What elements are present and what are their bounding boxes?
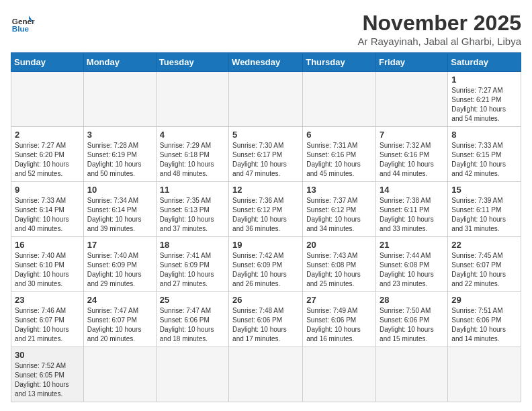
day-info: Sunrise: 7:52 AM Sunset: 6:05 PM Dayligh… <box>15 361 80 399</box>
calendar-day: 12Sunrise: 7:36 AM Sunset: 6:12 PM Dayli… <box>229 182 303 237</box>
month-title: November 2025 <box>358 11 521 36</box>
calendar-day: 1Sunrise: 7:27 AM Sunset: 6:21 PM Daylig… <box>448 72 521 127</box>
day-info: Sunrise: 7:47 AM Sunset: 6:06 PM Dayligh… <box>160 306 225 344</box>
calendar-week-row: 9Sunrise: 7:33 AM Sunset: 6:14 PM Daylig… <box>11 182 521 237</box>
day-info: Sunrise: 7:27 AM Sunset: 6:20 PM Dayligh… <box>15 141 80 179</box>
calendar-day: 4Sunrise: 7:29 AM Sunset: 6:18 PM Daylig… <box>156 127 228 182</box>
calendar-day: 26Sunrise: 7:48 AM Sunset: 6:06 PM Dayli… <box>229 292 303 347</box>
day-number: 22 <box>451 240 517 250</box>
calendar-day: 15Sunrise: 7:39 AM Sunset: 6:11 PM Dayli… <box>448 182 521 237</box>
day-number: 16 <box>15 240 80 250</box>
day-number: 17 <box>87 240 152 250</box>
calendar-day: 11Sunrise: 7:35 AM Sunset: 6:13 PM Dayli… <box>156 182 228 237</box>
calendar-day: 16Sunrise: 7:40 AM Sunset: 6:10 PM Dayli… <box>11 237 84 292</box>
day-number: 21 <box>380 240 444 250</box>
calendar-day <box>229 72 303 127</box>
calendar-day: 30Sunrise: 7:52 AM Sunset: 6:05 PM Dayli… <box>11 347 84 402</box>
day-number: 28 <box>380 295 444 305</box>
header-monday: Monday <box>83 53 156 72</box>
calendar-day <box>303 72 376 127</box>
calendar-day: 3Sunrise: 7:28 AM Sunset: 6:19 PM Daylig… <box>83 127 156 182</box>
header-saturday: Saturday <box>448 53 521 72</box>
calendar-day <box>156 347 228 402</box>
day-number: 7 <box>380 130 444 140</box>
logo-icon: General Blue <box>11 11 35 35</box>
calendar-day: 9Sunrise: 7:33 AM Sunset: 6:14 PM Daylig… <box>11 182 84 237</box>
day-number: 12 <box>232 185 299 195</box>
calendar-day: 21Sunrise: 7:44 AM Sunset: 6:08 PM Dayli… <box>376 237 448 292</box>
day-number: 6 <box>306 130 372 140</box>
calendar-day: 17Sunrise: 7:40 AM Sunset: 6:09 PM Dayli… <box>83 237 156 292</box>
header-sunday: Sunday <box>11 53 84 72</box>
day-info: Sunrise: 7:31 AM Sunset: 6:16 PM Dayligh… <box>306 141 372 179</box>
day-info: Sunrise: 7:28 AM Sunset: 6:19 PM Dayligh… <box>87 141 152 179</box>
calendar-day: 28Sunrise: 7:50 AM Sunset: 6:06 PM Dayli… <box>376 292 448 347</box>
day-info: Sunrise: 7:45 AM Sunset: 6:07 PM Dayligh… <box>451 251 517 289</box>
day-info: Sunrise: 7:34 AM Sunset: 6:14 PM Dayligh… <box>87 196 152 234</box>
day-info: Sunrise: 7:40 AM Sunset: 6:10 PM Dayligh… <box>15 251 80 289</box>
day-info: Sunrise: 7:43 AM Sunset: 6:08 PM Dayligh… <box>306 251 372 289</box>
calendar-day <box>83 347 156 402</box>
day-number: 9 <box>15 185 80 195</box>
calendar-week-row: 16Sunrise: 7:40 AM Sunset: 6:10 PM Dayli… <box>11 237 521 292</box>
calendar-day <box>156 72 228 127</box>
calendar-day: 2Sunrise: 7:27 AM Sunset: 6:20 PM Daylig… <box>11 127 84 182</box>
calendar-day: 23Sunrise: 7:46 AM Sunset: 6:07 PM Dayli… <box>11 292 84 347</box>
day-info: Sunrise: 7:48 AM Sunset: 6:06 PM Dayligh… <box>232 306 299 344</box>
calendar-day: 10Sunrise: 7:34 AM Sunset: 6:14 PM Dayli… <box>83 182 156 237</box>
day-number: 2 <box>15 130 80 140</box>
day-number: 29 <box>451 295 517 305</box>
day-number: 23 <box>15 295 80 305</box>
calendar-table: Sunday Monday Tuesday Wednesday Thursday… <box>11 52 521 402</box>
day-number: 30 <box>15 350 80 360</box>
day-info: Sunrise: 7:44 AM Sunset: 6:08 PM Dayligh… <box>380 251 444 289</box>
calendar-day <box>11 72 84 127</box>
day-number: 18 <box>160 240 225 250</box>
calendar-day: 14Sunrise: 7:38 AM Sunset: 6:11 PM Dayli… <box>376 182 448 237</box>
day-number: 13 <box>306 185 372 195</box>
day-number: 4 <box>160 130 225 140</box>
day-info: Sunrise: 7:29 AM Sunset: 6:18 PM Dayligh… <box>160 141 225 179</box>
day-number: 14 <box>380 185 444 195</box>
calendar-week-row: 30Sunrise: 7:52 AM Sunset: 6:05 PM Dayli… <box>11 347 521 402</box>
day-number: 11 <box>160 185 225 195</box>
header-friday: Friday <box>376 53 448 72</box>
calendar-day: 5Sunrise: 7:30 AM Sunset: 6:17 PM Daylig… <box>229 127 303 182</box>
calendar-day: 13Sunrise: 7:37 AM Sunset: 6:12 PM Dayli… <box>303 182 376 237</box>
day-number: 1 <box>451 75 517 85</box>
location-title: Ar Rayayinah, Jabal al Gharbi, Libya <box>358 36 521 47</box>
day-info: Sunrise: 7:30 AM Sunset: 6:17 PM Dayligh… <box>232 141 299 179</box>
day-number: 8 <box>451 130 517 140</box>
day-info: Sunrise: 7:38 AM Sunset: 6:11 PM Dayligh… <box>380 196 444 234</box>
day-info: Sunrise: 7:39 AM Sunset: 6:11 PM Dayligh… <box>451 196 517 234</box>
calendar-day: 24Sunrise: 7:47 AM Sunset: 6:07 PM Dayli… <box>83 292 156 347</box>
calendar-day <box>303 347 376 402</box>
day-info: Sunrise: 7:37 AM Sunset: 6:12 PM Dayligh… <box>306 196 372 234</box>
day-info: Sunrise: 7:50 AM Sunset: 6:06 PM Dayligh… <box>380 306 444 344</box>
day-info: Sunrise: 7:41 AM Sunset: 6:09 PM Dayligh… <box>160 251 225 289</box>
day-info: Sunrise: 7:36 AM Sunset: 6:12 PM Dayligh… <box>232 196 299 234</box>
calendar-day: 27Sunrise: 7:49 AM Sunset: 6:06 PM Dayli… <box>303 292 376 347</box>
page-header: General Blue November 2025 Ar Rayayinah,… <box>11 11 521 47</box>
day-number: 3 <box>87 130 152 140</box>
day-info: Sunrise: 7:46 AM Sunset: 6:07 PM Dayligh… <box>15 306 80 344</box>
calendar-day: 19Sunrise: 7:42 AM Sunset: 6:09 PM Dayli… <box>229 237 303 292</box>
calendar-day: 7Sunrise: 7:32 AM Sunset: 6:16 PM Daylig… <box>376 127 448 182</box>
calendar-day: 25Sunrise: 7:47 AM Sunset: 6:06 PM Dayli… <box>156 292 228 347</box>
calendar-day: 18Sunrise: 7:41 AM Sunset: 6:09 PM Dayli… <box>156 237 228 292</box>
day-info: Sunrise: 7:35 AM Sunset: 6:13 PM Dayligh… <box>160 196 225 234</box>
calendar-day <box>376 347 448 402</box>
day-number: 27 <box>306 295 372 305</box>
day-number: 24 <box>87 295 152 305</box>
title-block: November 2025 Ar Rayayinah, Jabal al Gha… <box>358 11 521 47</box>
day-number: 5 <box>232 130 299 140</box>
day-info: Sunrise: 7:47 AM Sunset: 6:07 PM Dayligh… <box>87 306 152 344</box>
logo: General Blue <box>11 11 35 35</box>
calendar-day: 20Sunrise: 7:43 AM Sunset: 6:08 PM Dayli… <box>303 237 376 292</box>
svg-text:Blue: Blue <box>12 24 30 33</box>
day-info: Sunrise: 7:40 AM Sunset: 6:09 PM Dayligh… <box>87 251 152 289</box>
day-number: 25 <box>160 295 225 305</box>
day-number: 15 <box>451 185 517 195</box>
calendar-week-row: 23Sunrise: 7:46 AM Sunset: 6:07 PM Dayli… <box>11 292 521 347</box>
day-info: Sunrise: 7:33 AM Sunset: 6:14 PM Dayligh… <box>15 196 80 234</box>
